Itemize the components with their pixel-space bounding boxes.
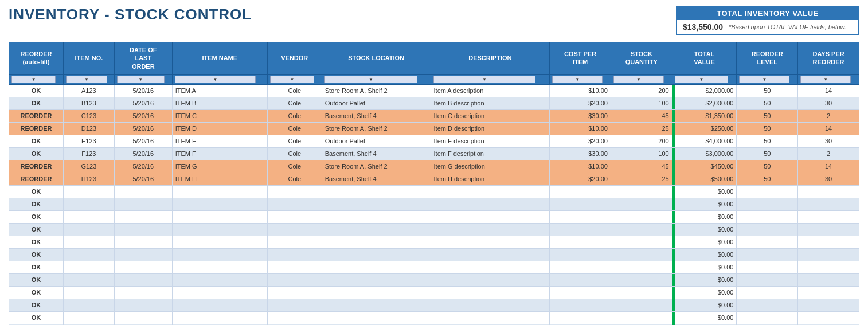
empty-cell[interactable] <box>737 223 798 236</box>
empty-cell[interactable] <box>114 185 172 198</box>
empty-cell[interactable] <box>267 210 322 223</box>
total-value[interactable]: $0.00 <box>672 236 737 248</box>
filter-reorder[interactable]: ▼ <box>9 74 64 84</box>
desc[interactable]: Item D description <box>431 122 550 135</box>
qty[interactable]: 100 <box>611 147 672 160</box>
empty-cell[interactable] <box>611 286 672 299</box>
filter-location[interactable]: ▼ <box>322 74 431 84</box>
empty-cell[interactable] <box>114 210 172 223</box>
empty-cell[interactable] <box>431 273 550 286</box>
total-value[interactable]: $0.00 <box>672 223 737 236</box>
date[interactable]: 5/20/16 <box>114 135 172 147</box>
cost[interactable]: $20.00 <box>550 97 611 109</box>
location[interactable]: Outdoor Pallet <box>322 135 431 147</box>
location[interactable]: Basement, Shelf 4 <box>322 173 431 185</box>
qty[interactable]: 25 <box>611 173 672 185</box>
filter-btn-vendor[interactable]: ▼ <box>270 76 314 83</box>
empty-cell[interactable] <box>737 299 798 311</box>
empty-cell[interactable] <box>114 273 172 286</box>
desc[interactable]: Item G description <box>431 160 550 173</box>
empty-cell[interactable] <box>798 261 859 273</box>
empty-cell[interactable] <box>798 273 859 286</box>
empty-cell[interactable] <box>431 311 550 324</box>
reorder-status[interactable]: OK <box>9 236 64 248</box>
days[interactable]: 14 <box>798 84 859 97</box>
empty-cell[interactable] <box>172 286 267 299</box>
desc[interactable]: Item F description <box>431 147 550 160</box>
empty-cell[interactable] <box>322 311 431 324</box>
qty[interactable]: 200 <box>611 84 672 97</box>
days[interactable]: 2 <box>798 147 859 160</box>
item-name[interactable]: ITEM A <box>172 84 267 97</box>
empty-cell[interactable] <box>114 261 172 273</box>
empty-cell[interactable] <box>267 273 322 286</box>
empty-cell[interactable] <box>611 185 672 198</box>
empty-cell[interactable] <box>737 311 798 324</box>
filter-btn-cost[interactable]: ▼ <box>552 76 603 83</box>
empty-cell[interactable] <box>322 261 431 273</box>
item-name[interactable]: ITEM H <box>172 173 267 185</box>
reorder-status[interactable]: OK <box>9 84 64 97</box>
cost[interactable]: $20.00 <box>550 135 611 147</box>
empty-cell[interactable] <box>114 286 172 299</box>
days[interactable]: 14 <box>798 160 859 173</box>
empty-cell[interactable] <box>550 248 611 261</box>
qty[interactable]: 200 <box>611 135 672 147</box>
vendor[interactable]: Cole <box>267 109 322 122</box>
cost[interactable]: $10.00 <box>550 84 611 97</box>
days[interactable]: 14 <box>798 122 859 135</box>
vendor[interactable]: Cole <box>267 147 322 160</box>
empty-cell[interactable] <box>322 273 431 286</box>
total-value[interactable]: $0.00 <box>672 273 737 286</box>
reorder-status[interactable]: OK <box>9 198 64 210</box>
empty-cell[interactable] <box>550 273 611 286</box>
item-name[interactable]: ITEM B <box>172 97 267 109</box>
reorder-status[interactable]: OK <box>9 299 64 311</box>
reorder-lvl[interactable]: 50 <box>737 84 798 97</box>
reorder-lvl[interactable]: 50 <box>737 147 798 160</box>
empty-cell[interactable] <box>267 311 322 324</box>
item-no[interactable]: C123 <box>63 109 114 122</box>
item-name[interactable]: ITEM G <box>172 160 267 173</box>
total-value[interactable]: $0.00 <box>672 299 737 311</box>
date[interactable]: 5/20/16 <box>114 84 172 97</box>
empty-cell[interactable] <box>737 236 798 248</box>
filter-btn-days[interactable]: ▼ <box>800 76 851 83</box>
empty-cell[interactable] <box>63 198 114 210</box>
empty-cell[interactable] <box>611 223 672 236</box>
filter-days[interactable]: ▼ <box>798 74 859 84</box>
total-value[interactable]: $0.00 <box>672 198 737 210</box>
empty-cell[interactable] <box>431 198 550 210</box>
total-value[interactable]: $0.00 <box>672 185 737 198</box>
filter-total[interactable]: ▼ <box>672 74 737 84</box>
reorder-lvl[interactable]: 50 <box>737 160 798 173</box>
reorder-status[interactable]: REORDER <box>9 122 64 135</box>
filter-itemname[interactable]: ▼ <box>172 74 267 84</box>
empty-cell[interactable] <box>737 286 798 299</box>
item-no[interactable]: B123 <box>63 97 114 109</box>
filter-desc[interactable]: ▼ <box>431 74 550 84</box>
reorder-lvl[interactable]: 50 <box>737 173 798 185</box>
location[interactable]: Store Room A, Shelf 2 <box>322 84 431 97</box>
empty-cell[interactable] <box>63 273 114 286</box>
total-value[interactable]: $3,000.00 <box>672 147 737 160</box>
date[interactable]: 5/20/16 <box>114 173 172 185</box>
date[interactable]: 5/20/16 <box>114 97 172 109</box>
empty-cell[interactable] <box>798 198 859 210</box>
empty-cell[interactable] <box>431 248 550 261</box>
empty-cell[interactable] <box>798 210 859 223</box>
item-no[interactable]: F123 <box>63 147 114 160</box>
location[interactable]: Basement, Shelf 4 <box>322 109 431 122</box>
empty-cell[interactable] <box>322 198 431 210</box>
empty-cell[interactable] <box>737 248 798 261</box>
empty-cell[interactable] <box>737 261 798 273</box>
filter-itemno[interactable]: ▼ <box>63 74 114 84</box>
date[interactable]: 5/20/16 <box>114 122 172 135</box>
empty-cell[interactable] <box>798 185 859 198</box>
empty-cell[interactable] <box>431 261 550 273</box>
empty-cell[interactable] <box>550 185 611 198</box>
empty-cell[interactable] <box>322 185 431 198</box>
reorder-lvl[interactable]: 50 <box>737 97 798 109</box>
filter-vendor[interactable]: ▼ <box>267 74 322 84</box>
empty-cell[interactable] <box>267 299 322 311</box>
